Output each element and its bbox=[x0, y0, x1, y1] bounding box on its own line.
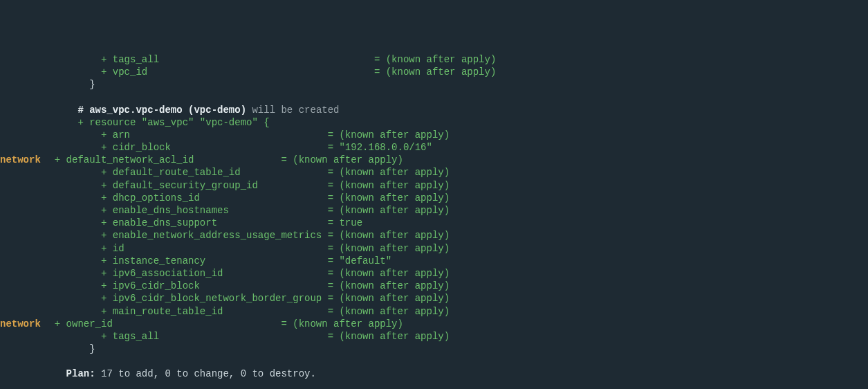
terminal-line: + resource "aws_vpc" "vpc-demo" { bbox=[0, 116, 868, 129]
terminal-line: + dhcp_options_id = (known after apply) bbox=[0, 192, 868, 204]
line-content: + enable_network_address_usage_metrics =… bbox=[43, 229, 450, 242]
terminal-line: network + default_network_acl_id = (know… bbox=[0, 154, 868, 166]
line-content: + default_security_group_id = (known aft… bbox=[43, 179, 450, 192]
terminal-line bbox=[0, 91, 868, 103]
terminal-line: # aws_vpc.vpc-demo (vpc-demo) will be cr… bbox=[0, 104, 868, 116]
terminal-line: + enable_dns_hostnames = (known after ap… bbox=[0, 204, 868, 217]
line-content: + default_route_table_id = (known after … bbox=[43, 166, 450, 179]
line-segment: # aws_vpc.vpc-demo (vpc-demo) bbox=[43, 105, 246, 116]
line-content: + main_route_table_id = (known after app… bbox=[43, 305, 450, 318]
terminal-line: + ipv6_cidr_block = (known after apply) bbox=[0, 280, 868, 292]
line-content: + id = (known after apply) bbox=[43, 242, 450, 255]
terminal-line: + instance_tenancy = "default" bbox=[0, 255, 868, 267]
line-content: + instance_tenancy = "default" bbox=[43, 255, 391, 267]
terminal-line bbox=[0, 355, 868, 368]
line-gutter: network bbox=[0, 318, 43, 330]
line-content: + resource "aws_vpc" "vpc-demo" { bbox=[43, 116, 270, 129]
terminal-line: network + owner_id = (known after apply) bbox=[0, 318, 868, 330]
terminal-line: + arn = (known after apply) bbox=[0, 129, 868, 141]
line-content: + owner_id = (known after apply) bbox=[43, 318, 403, 330]
line-segment: 17 to add, 0 to change, 0 to destroy. bbox=[95, 368, 316, 379]
terminal-line: Plan: 17 to add, 0 to change, 0 to destr… bbox=[0, 368, 868, 380]
line-content: + enable_dns_hostnames = (known after ap… bbox=[43, 204, 450, 217]
line-content: + enable_dns_support = true bbox=[43, 217, 362, 229]
line-content: } bbox=[43, 78, 95, 91]
line-content: Plan: 17 to add, 0 to change, 0 to destr… bbox=[43, 368, 316, 380]
terminal-line: + vpc_id = (known after apply) bbox=[0, 66, 868, 78]
line-content: } bbox=[43, 343, 95, 355]
terminal-line: + default_route_table_id = (known after … bbox=[0, 166, 868, 179]
line-segment: Plan: bbox=[43, 368, 95, 379]
line-gutter: network bbox=[0, 154, 43, 166]
terminal-line: + ipv6_association_id = (known after app… bbox=[0, 267, 868, 280]
line-content: + ipv6_cidr_block = (known after apply) bbox=[43, 280, 450, 292]
line-segment: will be created bbox=[246, 105, 339, 116]
terminal-line: + ipv6_cidr_block_network_border_group =… bbox=[0, 292, 868, 305]
line-content: + ipv6_association_id = (known after app… bbox=[43, 267, 450, 280]
line-content: + vpc_id = (known after apply) bbox=[43, 66, 496, 78]
terminal-line: + enable_network_address_usage_metrics =… bbox=[0, 229, 868, 242]
terminal-line: + tags_all = (known after apply) bbox=[0, 330, 868, 343]
terminal-line: + default_security_group_id = (known aft… bbox=[0, 179, 868, 192]
terminal-line: + enable_dns_support = true bbox=[0, 217, 868, 229]
terminal-line: + id = (known after apply) bbox=[0, 242, 868, 255]
line-content: + ipv6_cidr_block_network_border_group =… bbox=[43, 292, 450, 305]
line-content: + cidr_block = "192.168.0.0/16" bbox=[43, 141, 432, 154]
line-content: + tags_all = (known after apply) bbox=[43, 53, 496, 66]
terminal-line: } bbox=[0, 343, 868, 355]
line-content: + dhcp_options_id = (known after apply) bbox=[43, 192, 450, 204]
terminal-line: + main_route_table_id = (known after app… bbox=[0, 305, 868, 318]
terminal-line: + cidr_block = "192.168.0.0/16" bbox=[0, 141, 868, 154]
terminal-line: } bbox=[0, 78, 868, 91]
line-content: + arn = (known after apply) bbox=[43, 129, 450, 141]
terminal-line bbox=[0, 381, 868, 389]
terminal-output: + tags_all = (known after apply) + vpc_i… bbox=[0, 51, 868, 389]
line-content: + default_network_acl_id = (known after … bbox=[43, 154, 403, 166]
terminal-line: + tags_all = (known after apply) bbox=[0, 53, 868, 66]
line-content: # aws_vpc.vpc-demo (vpc-demo) will be cr… bbox=[43, 104, 339, 116]
line-content: + tags_all = (known after apply) bbox=[43, 330, 450, 343]
